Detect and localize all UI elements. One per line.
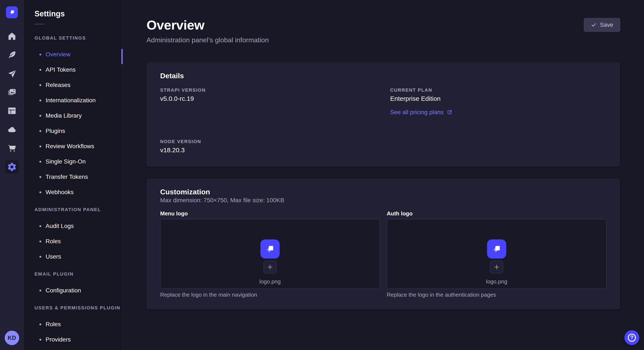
feather-icon [7,50,17,60]
subnav-item-overview[interactable]: Overview [24,47,122,62]
pricing-link[interactable]: See all pricing plans [390,108,606,117]
subnav-item-single-sign-on[interactable]: Single Sign-On [24,154,122,169]
strapi-version-label: STRAPI VERSION [160,87,376,93]
subnav-item-api-tokens[interactable]: API Tokens [24,62,122,77]
node-version-value: v18.20.3 [160,146,376,154]
plus-icon [267,264,273,270]
page-subtitle: Administration panel’s global informatio… [146,36,644,44]
layout-icon [7,106,17,116]
media-library-icon-button[interactable] [6,86,18,98]
bullet-icon [40,130,41,132]
customization-card: Customization Max dimension: 750×750, Ma… [146,178,620,309]
subnav-item-review-workflows[interactable]: Review Workflows [24,139,122,154]
home-icon [7,31,17,41]
strapi-glyph [491,244,502,254]
help-button[interactable]: ? [624,330,639,345]
subnav-item-up-roles[interactable]: Roles [24,317,122,332]
strapi-version-value: v5.0.0-rc.19 [160,94,376,103]
subnav-item-media-library[interactable]: Media Library [24,108,122,123]
menu-logo-hint: Replace the logo in the main navigation [160,291,380,298]
menu-logo-field: Menu logo logo.png [160,210,380,298]
cloud-icon-button[interactable] [6,124,18,136]
subnav-item-audit-logs[interactable]: Audit Logs [24,218,122,234]
strapi-glyph [8,9,15,16]
bullet-icon [40,339,41,341]
content-type-builder-icon-button[interactable] [6,105,18,117]
customization-constraints: Max dimension: 750×750, Max file size: 1… [160,197,606,204]
auth-logo-field: Auth logo logo.png [387,210,606,298]
strapi-glyph [265,244,275,254]
section-header-email-plugin: EMAIL PLUGIN [24,269,122,279]
bullet-icon [40,84,41,86]
email-plugin-list: Configuration [24,279,122,298]
bullet-icon [40,176,41,178]
cart-icon [7,143,17,153]
users-permissions-list: Roles Providers [24,313,122,347]
paper-plane-icon [7,69,17,79]
active-item-indicator [122,49,123,64]
main-content: Overview Administration panel’s global i… [123,0,644,350]
subnav-item-email-configuration[interactable]: Configuration [24,283,122,298]
question-mark-icon: ? [628,334,636,342]
cloud-icon [7,125,17,134]
bullet-icon [40,290,41,292]
current-plan-label: CURRENT PLAN [390,87,606,93]
bullet-icon [40,115,41,117]
bullet-icon [40,146,41,147]
auth-logo-hint: Replace the logo in the authentication p… [387,291,606,298]
subnav-item-admin-users[interactable]: Users [24,249,122,264]
page-title: Overview [146,17,644,33]
auth-logo-dropzone[interactable]: logo.png [387,219,606,289]
settings-subnav: Settings GLOBAL SETTINGS Overview API To… [24,0,123,350]
strapi-version-field: STRAPI VERSION v5.0.0-rc.19 [160,87,376,117]
subnav-title: Settings [24,0,122,18]
auth-logo-preview [487,239,506,259]
bullet-icon [40,191,41,193]
bullet-icon [40,324,41,325]
subnav-item-webhooks[interactable]: Webhooks [24,184,122,200]
menu-logo-filename: logo.png [260,278,281,285]
rail-divider-top [0,24,24,24]
gear-icon [7,162,17,172]
add-menu-logo-button[interactable] [264,261,276,273]
subnav-item-plugins[interactable]: Plugins [24,123,122,139]
plus-icon [494,264,500,270]
auth-logo-filename: logo.png [486,278,507,285]
global-settings-list: Overview API Tokens Releases Internation… [24,43,122,200]
save-button[interactable]: Save [584,18,620,32]
strapi-logo[interactable] [6,6,18,18]
section-header-global-settings: GLOBAL SETTINGS [24,33,122,43]
bullet-icon [40,240,41,242]
details-card-title: Details [160,71,606,81]
customization-card-title: Customization [160,187,606,196]
rail-divider-bottom [0,329,24,329]
bullet-icon [40,225,41,227]
avatar[interactable]: KD [5,331,19,345]
subnav-item-admin-roles[interactable]: Roles [24,234,122,249]
external-link-icon [446,109,452,115]
bullet-icon [40,256,41,258]
add-auth-logo-button[interactable] [490,261,503,273]
settings-icon-button[interactable] [5,160,19,174]
subnav-item-up-providers[interactable]: Providers [24,332,122,347]
check-icon [591,22,596,28]
content-manager-icon-button[interactable] [6,49,18,61]
current-plan-value: Enterprise Edition [390,94,606,103]
menu-logo-dropzone[interactable]: logo.png [160,219,380,289]
bullet-icon [40,100,41,101]
main-nav-rail: KD [0,0,24,350]
auth-logo-label: Auth logo [387,210,606,217]
menu-logo-preview [260,239,280,259]
bullet-icon [40,161,41,163]
marketplace-icon-button[interactable] [6,142,18,154]
bullet-icon [40,69,41,71]
subnav-title-underline [34,24,45,24]
images-icon [7,87,17,97]
home-icon-button[interactable] [6,30,18,42]
details-card: Details STRAPI VERSION v5.0.0-rc.19 CURR… [146,62,620,167]
node-version-label: NODE VERSION [160,139,376,145]
releases-icon-button[interactable] [6,68,18,80]
subnav-item-releases[interactable]: Releases [24,77,122,93]
subnav-item-internationalization[interactable]: Internationalization [24,93,122,108]
subnav-item-transfer-tokens[interactable]: Transfer Tokens [24,169,122,184]
